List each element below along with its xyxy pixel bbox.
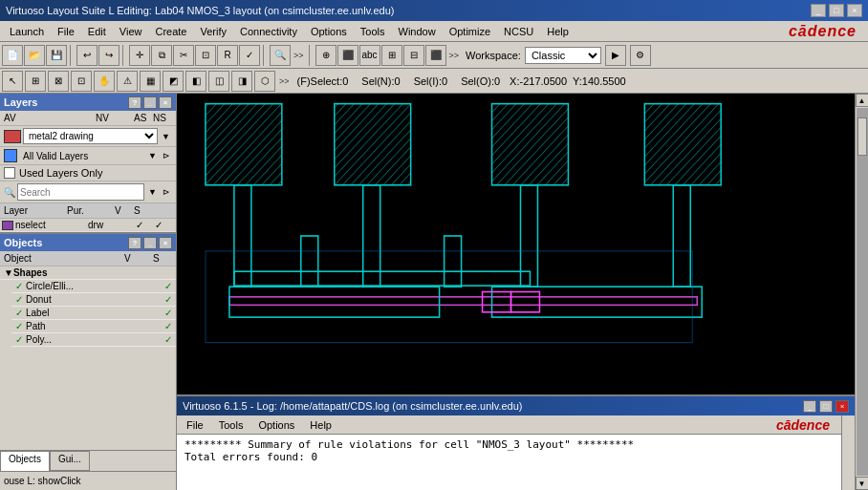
toolbar2-sel4[interactable]: ⊡ (71, 71, 92, 92)
toolbar-redo[interactable]: ↪ (98, 45, 119, 66)
layer-name-dropdown[interactable]: metal2 drawing (23, 128, 158, 144)
toolbar-expand-1[interactable]: >> (292, 51, 306, 60)
log-menu-tools[interactable]: Tools (213, 417, 250, 433)
close-button[interactable]: × (847, 4, 862, 17)
layer-dropdown-arrow[interactable]: ▼ (160, 130, 172, 143)
log-minimize[interactable]: _ (803, 400, 816, 413)
toolbar2-misc3[interactable]: ◫ (208, 71, 229, 92)
toolbar2-sel2[interactable]: ⊞ (25, 71, 46, 92)
toolbar2-warn[interactable]: ⚠ (117, 71, 138, 92)
log-title-controls: _ □ × (803, 400, 849, 413)
objects-minimize[interactable]: _ (143, 237, 157, 249)
menu-launch[interactable]: Launch (4, 24, 50, 39)
scroll-up-btn[interactable]: ▲ (856, 94, 869, 107)
menu-create[interactable]: Create (149, 24, 192, 39)
menu-ncsu[interactable]: NCSU (498, 24, 539, 39)
log-content[interactable]: ********* Summary of rule violations for… (177, 435, 841, 490)
toolbar-delete[interactable]: ✂ (173, 45, 194, 66)
toolbar-save[interactable]: 💾 (46, 45, 67, 66)
menu-connectivity[interactable]: Connectivity (234, 24, 303, 39)
nselect-s: ✓ (155, 220, 174, 230)
toolbar-snap[interactable]: ⊟ (403, 45, 424, 66)
log-close[interactable]: × (835, 400, 849, 413)
log-menu-file[interactable]: File (181, 417, 209, 433)
toolbar2-misc2[interactable]: ◧ (185, 71, 206, 92)
toolbar-fit[interactable]: ⬛ (337, 45, 358, 66)
log-maximize[interactable]: □ (819, 400, 833, 413)
log-scrollbar[interactable] (841, 415, 855, 490)
search-dropdown-arrow[interactable]: ▼ (146, 185, 159, 199)
used-layers-checkbox[interactable] (4, 167, 15, 179)
toolbar-open[interactable]: 📂 (24, 45, 45, 66)
toolbar-expand-2[interactable]: >> (447, 51, 462, 60)
menu-options[interactable]: Options (305, 24, 353, 39)
canvas-area[interactable]: Virtuoso 6.1.5 - Log: /home/attapatt/CDS… (177, 94, 855, 490)
toolbar-layer-sel[interactable]: ⬛ (425, 45, 446, 66)
workspace-apply[interactable]: ▶ (605, 45, 626, 66)
toolbar-pan[interactable]: ⊕ (315, 45, 336, 66)
toolbar-new[interactable]: 📄 (2, 45, 23, 66)
toolbar-ruler[interactable]: R (217, 45, 238, 66)
search-input[interactable] (17, 183, 144, 201)
toolbar-zoom-in[interactable]: 🔍 (270, 45, 291, 66)
coord-y: Y:140.5500 (573, 75, 626, 87)
circle-v-check: ✓ (15, 281, 23, 291)
toolbar-abc[interactable]: abc (359, 45, 380, 66)
log-menu-help[interactable]: Help (304, 417, 337, 433)
toolbar-grid[interactable]: ⊞ (381, 45, 402, 66)
svg-rect-4 (335, 104, 411, 185)
toolbar-copy[interactable]: ⧉ (151, 45, 172, 66)
toolbar2-select[interactable]: ↖ (2, 71, 23, 92)
toolbar2-sel3[interactable]: ⊠ (48, 71, 69, 92)
toolbar-stretch[interactable]: ⊡ (195, 45, 216, 66)
toolbar-check[interactable]: ✓ (239, 45, 260, 66)
menu-help[interactable]: Help (541, 24, 575, 39)
title-controls: _ □ × (811, 4, 862, 17)
coord-x: X:-217.0500 (510, 75, 567, 87)
svg-rect-6 (644, 104, 721, 185)
col-obj-v: V (124, 253, 153, 264)
scroll-thumb[interactable] (857, 117, 867, 156)
tab-gui[interactable]: Gui... (50, 451, 90, 471)
valid-layers-expand[interactable]: ⊳ (161, 149, 172, 162)
toolbar-undo[interactable]: ↩ (76, 45, 98, 66)
toolbar2-expand[interactable]: >> (277, 76, 292, 86)
workspace-settings[interactable]: ⚙ (630, 45, 651, 66)
minimize-button[interactable]: _ (811, 4, 826, 17)
menu-file[interactable]: File (52, 24, 80, 39)
left-panel: Layers ? _ × AV NV AS NS metal2 drawing (0, 94, 177, 490)
v-scrollbar[interactable]: ▲ ▼ (855, 94, 868, 490)
layers-help[interactable]: ? (128, 96, 141, 109)
status-area: (F)Select:0 Sel(N):0 Sel(I):0 Sel(O):0 X… (293, 75, 866, 87)
toolbar2-table[interactable]: ▦ (140, 71, 161, 92)
status-i-select: Sel(I):0 (410, 75, 451, 87)
valid-layers-arrow[interactable]: ▼ (146, 149, 159, 162)
toolbar2-misc5[interactable]: ⬡ (254, 71, 275, 92)
menu-optimize[interactable]: Optimize (444, 24, 496, 39)
scroll-track[interactable] (857, 108, 868, 476)
layers-close[interactable]: × (159, 96, 172, 109)
objects-close[interactable]: × (159, 237, 172, 249)
workspace-select[interactable]: Classic (525, 47, 601, 64)
toolbar2-misc1[interactable]: ◩ (163, 71, 184, 92)
menu-edit[interactable]: Edit (82, 24, 112, 39)
menu-tools[interactable]: Tools (355, 24, 391, 39)
layers-section: Layers ? _ × AV NV AS NS metal2 drawing (0, 94, 176, 232)
toolbar2-misc4[interactable]: ◨ (231, 71, 252, 92)
obj-path: ✓ Path ✓ (11, 320, 176, 333)
maximize-button[interactable]: □ (829, 4, 844, 17)
toolbar2-hand[interactable]: ✋ (94, 71, 115, 92)
search-filter-arrow[interactable]: ⊳ (161, 185, 172, 199)
log-menu-options[interactable]: Options (252, 417, 300, 433)
nselect-swatch (2, 221, 13, 230)
menu-window[interactable]: Window (393, 24, 442, 39)
layers-minimize[interactable]: _ (143, 96, 157, 109)
menu-view[interactable]: View (114, 24, 148, 39)
scroll-down-btn[interactable]: ▼ (856, 477, 869, 490)
poly-s-check: ✓ (164, 334, 172, 345)
menu-verify[interactable]: Verify (194, 24, 232, 39)
objects-help[interactable]: ? (128, 237, 141, 249)
used-layers-row: Used Layers Only (0, 165, 176, 181)
tab-objects[interactable]: Objects (0, 451, 50, 471)
toolbar-move[interactable]: ✛ (129, 45, 150, 66)
